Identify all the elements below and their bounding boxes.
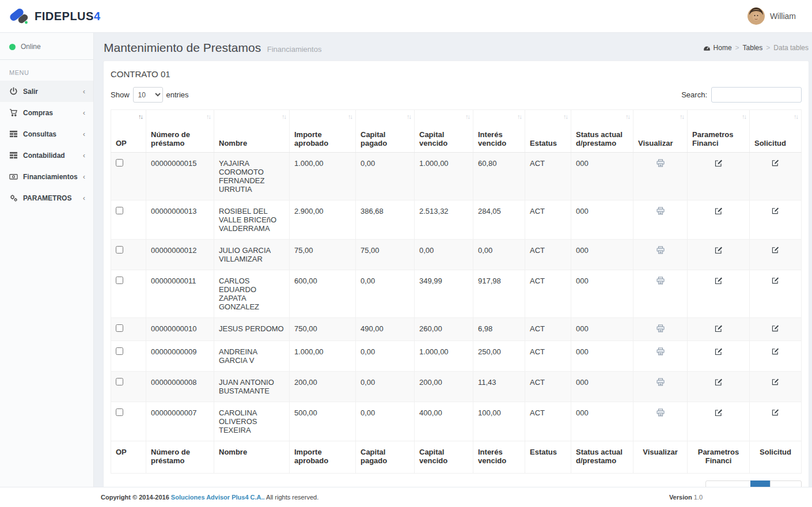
cell-numero-prestamo: 00000000015 — [146, 153, 214, 200]
column-header-importe[interactable]: Importe aprobado — [290, 110, 356, 153]
sort-icon — [563, 113, 567, 120]
cell-status-actual: 000 — [571, 200, 633, 240]
column-header-estatus[interactable]: Estatus — [525, 110, 571, 153]
page-length-select[interactable]: 10 — [133, 87, 163, 103]
row-checkbox[interactable] — [116, 159, 123, 167]
edit-icon[interactable] — [772, 207, 779, 214]
edit-icon[interactable] — [772, 347, 779, 355]
cell-capital-vencido: 1.000,00 — [415, 341, 473, 372]
cell-solicitud — [750, 402, 802, 441]
print-icon[interactable] — [657, 246, 665, 254]
edit-icon[interactable] — [715, 207, 723, 215]
row-checkbox[interactable] — [116, 246, 123, 254]
edit-icon[interactable] — [715, 347, 723, 355]
edit-icon[interactable] — [715, 159, 723, 167]
row-checkbox[interactable] — [116, 277, 123, 284]
row-checkbox-cell — [111, 153, 146, 200]
edit-icon[interactable] — [715, 246, 723, 254]
row-checkbox[interactable] — [116, 347, 123, 355]
row-checkbox-cell — [111, 240, 146, 270]
row-checkbox-cell — [111, 200, 146, 240]
edit-icon[interactable] — [772, 246, 779, 254]
sort-icon — [465, 113, 469, 120]
cell-capital-pagado: 0,00 — [356, 402, 415, 441]
print-icon[interactable] — [657, 324, 665, 332]
cell-nombre: JUAN ANTONIO BUSTAMANTE — [214, 372, 290, 402]
print-icon[interactable] — [657, 207, 665, 215]
print-icon[interactable] — [657, 408, 665, 417]
cell-status-actual: 000 — [571, 270, 633, 318]
column-header-nombre[interactable]: Nombre — [214, 110, 290, 153]
row-checkbox[interactable] — [116, 324, 123, 332]
company-link[interactable]: Soluciones Advisor Plus4 C.A.. — [171, 494, 265, 501]
edit-icon[interactable] — [772, 378, 779, 385]
search-input[interactable] — [711, 87, 802, 103]
edit-icon[interactable] — [772, 408, 779, 416]
edit-icon[interactable] — [715, 378, 723, 386]
online-status-label: Online — [21, 43, 41, 51]
column-header-solicitud[interactable]: Solicitud — [750, 110, 802, 153]
table-header-row: OP Número de préstamo Nombre Importe apr… — [111, 110, 802, 153]
cell-importe-aprobado: 75,00 — [290, 240, 356, 270]
sidebar-item-financiamientos[interactable]: Financiamientos ‹ — [0, 166, 93, 187]
table-icon — [9, 130, 18, 138]
row-checkbox[interactable] — [116, 408, 123, 416]
brand-logo[interactable]: FIDEPLUS4 — [7, 6, 101, 26]
user-status: Online — [0, 33, 93, 60]
column-header-op[interactable]: OP — [111, 110, 146, 153]
sidebar-item-consultas[interactable]: Consultas ‹ — [0, 123, 93, 145]
column-header-visualizar[interactable]: Visualizar — [633, 110, 688, 153]
sidebar-item-compras[interactable]: Compras ‹ — [0, 102, 93, 123]
cell-interes-vencido: 917,98 — [473, 270, 525, 318]
sidebar-item-parametros[interactable]: PARAMETROS ‹ — [0, 187, 93, 209]
breadcrumb-home[interactable]: Home — [703, 44, 732, 52]
sort-icon — [407, 113, 411, 120]
print-icon[interactable] — [657, 159, 665, 167]
table-row: 00000000007 CAROLINA OLIVEROS TEXEIRA 50… — [111, 402, 802, 441]
sort-icon — [517, 113, 521, 120]
gears-icon — [9, 194, 18, 202]
edit-icon[interactable] — [772, 159, 779, 167]
cell-importe-aprobado: 200,00 — [290, 372, 356, 402]
edit-icon[interactable] — [772, 324, 779, 332]
cell-estatus: ACT — [525, 402, 571, 441]
print-icon[interactable] — [657, 277, 665, 285]
sort-icon — [794, 113, 798, 120]
print-icon[interactable] — [657, 347, 665, 355]
column-header-parametros[interactable]: Parametros Financi — [688, 110, 750, 153]
breadcrumb-tables[interactable]: Tables — [743, 44, 763, 52]
chevron-left-icon: ‹ — [83, 87, 85, 96]
column-header-interes[interactable]: Interés vencido — [473, 110, 525, 153]
edit-icon[interactable] — [715, 277, 723, 285]
print-icon[interactable] — [657, 378, 665, 386]
cell-solicitud — [750, 270, 802, 318]
cell-status-actual: 000 — [571, 153, 633, 200]
entries-label: entries — [166, 90, 189, 99]
chevron-left-icon: ‹ — [83, 172, 85, 181]
row-checkbox-cell — [111, 372, 146, 402]
sidebar-item-label: Financiamientos — [23, 173, 78, 181]
edit-icon[interactable] — [772, 277, 779, 284]
prestamos-table: OP Número de préstamo Nombre Importe apr… — [111, 109, 802, 474]
page-footer: Copyright © 2014-2016 Soluciones Advisor… — [0, 487, 812, 507]
sidebar-item-salir[interactable]: Salir ‹ — [0, 81, 93, 102]
edit-icon[interactable] — [715, 408, 723, 417]
breadcrumb-separator: > — [735, 44, 739, 52]
cell-importe-aprobado: 2.900,00 — [290, 200, 356, 240]
row-checkbox[interactable] — [116, 378, 123, 385]
column-header-status-actual[interactable]: Status actual d/prestamo — [571, 110, 633, 153]
sort-icon — [348, 113, 352, 120]
sidebar-item-contabilidad[interactable]: Contabilidad ‹ — [0, 145, 93, 166]
column-header-capital-vencido[interactable]: Capital vencido — [415, 110, 473, 153]
cell-capital-pagado: 0,00 — [356, 270, 415, 318]
column-header-numero[interactable]: Número de préstamo — [146, 110, 214, 153]
cell-solicitud — [750, 200, 802, 240]
cell-parametros-financi — [688, 372, 750, 402]
cell-visualizar — [633, 153, 688, 200]
chevron-left-icon: ‹ — [83, 194, 85, 202]
row-checkbox[interactable] — [116, 207, 123, 214]
edit-icon[interactable] — [715, 324, 723, 332]
column-header-capital-pagado[interactable]: Capital pagado — [356, 110, 415, 153]
cell-capital-pagado: 0,00 — [356, 341, 415, 372]
user-menu[interactable]: William — [748, 7, 796, 25]
